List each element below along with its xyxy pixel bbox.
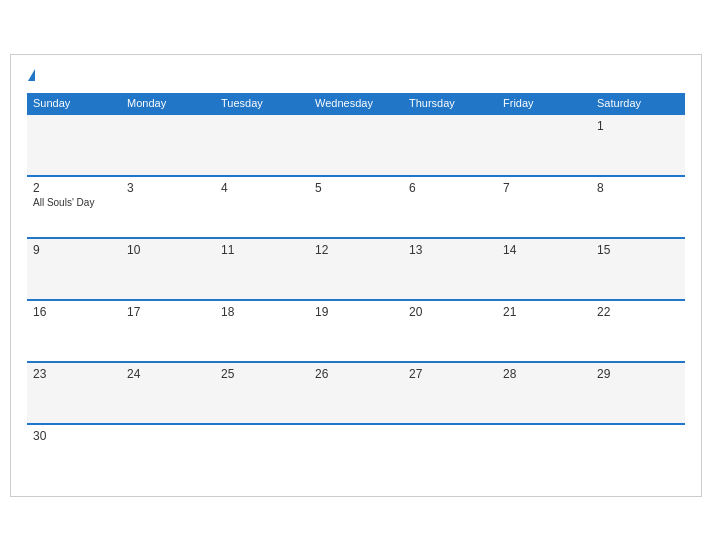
calendar-header: [27, 69, 685, 83]
calendar-cell: 9: [27, 238, 121, 300]
weekday-header-monday: Monday: [121, 93, 215, 114]
calendar-cell: [591, 424, 685, 486]
day-number: 29: [597, 367, 679, 381]
calendar-cell: 7: [497, 176, 591, 238]
day-number: 26: [315, 367, 397, 381]
day-number: 28: [503, 367, 585, 381]
day-number: 6: [409, 181, 491, 195]
weekday-header-thursday: Thursday: [403, 93, 497, 114]
day-number: 19: [315, 305, 397, 319]
day-number: 4: [221, 181, 303, 195]
week-row-1: 1: [27, 114, 685, 176]
day-number: 20: [409, 305, 491, 319]
calendar-cell: 24: [121, 362, 215, 424]
day-number: 21: [503, 305, 585, 319]
day-number: 16: [33, 305, 115, 319]
calendar-cell: 20: [403, 300, 497, 362]
calendar-cell: 8: [591, 176, 685, 238]
calendar-cell: 22: [591, 300, 685, 362]
day-number: 10: [127, 243, 209, 257]
calendar-cell: 5: [309, 176, 403, 238]
calendar-cell: [215, 114, 309, 176]
calendar-cell: [27, 114, 121, 176]
calendar-cell: [497, 114, 591, 176]
calendar-cell: 16: [27, 300, 121, 362]
calendar-cell: [215, 424, 309, 486]
day-number: 23: [33, 367, 115, 381]
calendar-cell: 12: [309, 238, 403, 300]
week-row-2: 2All Souls' Day345678: [27, 176, 685, 238]
logo: [27, 69, 35, 83]
day-number: 12: [315, 243, 397, 257]
calendar-cell: [309, 114, 403, 176]
weekday-header-friday: Friday: [497, 93, 591, 114]
calendar-cell: 30: [27, 424, 121, 486]
calendar-cell: 19: [309, 300, 403, 362]
calendar-container: SundayMondayTuesdayWednesdayThursdayFrid…: [10, 54, 702, 497]
calendar-cell: [309, 424, 403, 486]
calendar-cell: 26: [309, 362, 403, 424]
calendar-cell: 6: [403, 176, 497, 238]
calendar-cell: [121, 114, 215, 176]
calendar-cell: 14: [497, 238, 591, 300]
day-number: 8: [597, 181, 679, 195]
day-number: 25: [221, 367, 303, 381]
calendar-cell: 28: [497, 362, 591, 424]
day-number: 2: [33, 181, 115, 195]
calendar-cell: [403, 114, 497, 176]
day-number: 1: [597, 119, 679, 133]
calendar-cell: [497, 424, 591, 486]
calendar-cell: 23: [27, 362, 121, 424]
week-row-3: 9101112131415: [27, 238, 685, 300]
calendar-cell: 13: [403, 238, 497, 300]
calendar-cell: 18: [215, 300, 309, 362]
day-number: 17: [127, 305, 209, 319]
calendar-table: SundayMondayTuesdayWednesdayThursdayFrid…: [27, 93, 685, 486]
day-number: 13: [409, 243, 491, 257]
holiday-label: All Souls' Day: [33, 197, 115, 208]
day-number: 22: [597, 305, 679, 319]
week-row-4: 16171819202122: [27, 300, 685, 362]
calendar-cell: 29: [591, 362, 685, 424]
calendar-cell: [403, 424, 497, 486]
day-number: 30: [33, 429, 115, 443]
week-row-6: 30: [27, 424, 685, 486]
calendar-cell: 3: [121, 176, 215, 238]
day-number: 15: [597, 243, 679, 257]
calendar-cell: 10: [121, 238, 215, 300]
weekday-header-row: SundayMondayTuesdayWednesdayThursdayFrid…: [27, 93, 685, 114]
calendar-cell: 17: [121, 300, 215, 362]
calendar-cell: 27: [403, 362, 497, 424]
day-number: 7: [503, 181, 585, 195]
day-number: 11: [221, 243, 303, 257]
calendar-cell: 1: [591, 114, 685, 176]
day-number: 18: [221, 305, 303, 319]
day-number: 14: [503, 243, 585, 257]
weekday-header-wednesday: Wednesday: [309, 93, 403, 114]
day-number: 24: [127, 367, 209, 381]
calendar-cell: 4: [215, 176, 309, 238]
weekday-header-saturday: Saturday: [591, 93, 685, 114]
calendar-cell: 15: [591, 238, 685, 300]
logo-triangle-icon: [28, 69, 35, 81]
day-number: 9: [33, 243, 115, 257]
weekday-header-sunday: Sunday: [27, 93, 121, 114]
day-number: 5: [315, 181, 397, 195]
week-row-5: 23242526272829: [27, 362, 685, 424]
calendar-cell: 2All Souls' Day: [27, 176, 121, 238]
calendar-cell: [121, 424, 215, 486]
calendar-cell: 11: [215, 238, 309, 300]
day-number: 27: [409, 367, 491, 381]
weekday-header-tuesday: Tuesday: [215, 93, 309, 114]
calendar-cell: 21: [497, 300, 591, 362]
day-number: 3: [127, 181, 209, 195]
calendar-cell: 25: [215, 362, 309, 424]
